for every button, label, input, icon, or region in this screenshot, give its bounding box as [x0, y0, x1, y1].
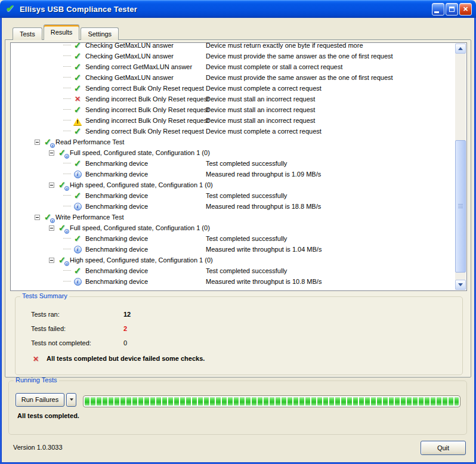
tab-strip: TestsResultsSettings — [13, 24, 120, 40]
tree-item-description: Device must complete a correct request — [206, 126, 322, 137]
tree-row[interactable]: Sending incorrect Bulk Only Reset reques… — [11, 94, 455, 104]
tree-row[interactable]: iRead Performance Test — [11, 137, 455, 147]
tree-item-description: Device must stall an incorrect request — [206, 104, 315, 115]
check-with-info-icon: i — [57, 148, 67, 157]
collapse-expander-icon[interactable] — [49, 225, 54, 231]
collapse-expander-icon[interactable] — [49, 258, 54, 263]
summary-row-label: Tests ran: — [31, 309, 123, 320]
tree-item-label: Benchmarking device — [85, 158, 148, 169]
tree-row[interactable]: Checking GetMaxLUN answerDevice must ret… — [11, 42, 455, 51]
app-window: { "window": { "title": "Ellisys USB Comp… — [0, 0, 476, 464]
summary-row-value: 0 — [123, 339, 127, 347]
collapse-expander-icon[interactable] — [35, 140, 40, 145]
check-icon — [73, 62, 82, 72]
run-failures-button[interactable]: Run Failures — [16, 393, 64, 407]
tree-connector-line — [63, 238, 71, 239]
scrollbar-thumb[interactable] — [455, 140, 466, 273]
tree-item-label: Benchmarking device — [85, 233, 148, 244]
cross-icon — [73, 94, 82, 104]
window-border-left — [0, 18, 2, 464]
tree-connector-line — [63, 206, 71, 207]
tree-item-description: Device must stall an incorrect request — [206, 94, 315, 104]
tree-row[interactable]: !Sending incorrect Bulk Only Reset reque… — [11, 115, 455, 126]
quit-button[interactable]: Quit — [421, 441, 466, 455]
tab-tests[interactable]: Tests — [13, 27, 42, 40]
tab-settings[interactable]: Settings — [81, 27, 119, 40]
collapse-expander-icon[interactable] — [49, 150, 54, 156]
tree-row[interactable]: Sending correct Bulk Only Reset requestD… — [11, 126, 455, 137]
warn-icon: ! — [73, 116, 82, 125]
scroll-up-button[interactable] — [455, 44, 466, 54]
tree-row[interactable]: Benchmarking deviceTest completed succes… — [11, 190, 455, 201]
tree-item-label: Sending incorrect Bulk Only Reset reques… — [85, 104, 209, 115]
tree-item-description: Device must return exactly one byte if r… — [206, 42, 363, 51]
tree-item-label: Checking GetMaxLUN answer — [85, 42, 174, 51]
tree-row[interactable]: iFull speed, Configured state, Configura… — [11, 222, 455, 233]
tree-row[interactable]: Benchmarking deviceTest completed succes… — [11, 265, 455, 276]
check-with-info-icon: i — [43, 137, 52, 147]
tree-row[interactable]: iWrite Performance Test — [11, 212, 455, 222]
tree-item-label: Checking GetMaxLUN answer — [85, 72, 174, 83]
tab-results[interactable]: Results — [44, 24, 80, 40]
app-checkmark-icon: ✔ — [4, 3, 16, 15]
results-tree-rows: Checking GetMaxLUN answerDevice must ret… — [11, 42, 455, 287]
tree-item-label: Sending correct GetMaxLUN answer — [85, 61, 192, 72]
tree-row[interactable]: iBenchmarking deviceMeasured read throug… — [11, 201, 455, 212]
maximize-button[interactable] — [446, 3, 458, 16]
tree-row[interactable]: Sending incorrect Bulk Only Reset reques… — [11, 104, 455, 115]
tree-connector-line — [63, 98, 71, 100]
tree-item-description: Measured write throughput is 10.8 MB/s — [206, 276, 322, 287]
tests-summary-title: Tests Summary — [20, 292, 69, 299]
check-icon — [73, 83, 82, 93]
summary-row-label: Tests not completed: — [31, 338, 123, 348]
tree-item-description: Test completed successfully — [206, 158, 287, 169]
tree-row[interactable]: Sending correct Bulk Only Reset requestD… — [11, 83, 455, 94]
summary-status-text: All tests completed but device failed so… — [47, 355, 205, 362]
run-options-dropdown-button[interactable] — [66, 393, 76, 407]
tree-row[interactable]: Benchmarking deviceTest completed succes… — [11, 158, 455, 169]
collapse-expander-icon[interactable] — [35, 215, 40, 220]
check-with-info-icon: i — [57, 223, 67, 233]
check-icon — [73, 42, 82, 50]
tree-item-description: Device must complete or stall a correct … — [206, 61, 342, 72]
tree-item-label: Write Performance Test — [55, 212, 124, 222]
tree-connector-line — [63, 281, 71, 282]
tree-row[interactable]: iHigh speed, Configured state, Configura… — [11, 255, 455, 265]
tree-row[interactable]: iBenchmarking deviceMeasured write throu… — [11, 276, 455, 287]
tree-row[interactable]: iBenchmarking deviceMeasured write throu… — [11, 244, 455, 255]
check-icon — [73, 126, 82, 136]
info-icon: i — [73, 245, 82, 254]
check-icon — [73, 191, 82, 200]
scroll-down-button[interactable] — [455, 280, 466, 290]
vertical-scrollbar[interactable] — [455, 44, 466, 290]
tree-connector-line — [63, 174, 71, 175]
close-button[interactable]: ✕ — [459, 3, 472, 16]
running-tests-group: Running Tests Run Failures All tests com… — [8, 381, 467, 435]
fail-cross-icon — [31, 354, 41, 363]
tree-row[interactable]: Sending correct GetMaxLUN answerDevice m… — [11, 61, 455, 72]
tree-row[interactable]: Checking GetMaxLUN answerDevice must pro… — [11, 72, 455, 83]
test-progress-bar — [83, 395, 460, 407]
minimize-button[interactable] — [432, 3, 444, 16]
tree-item-label: High speed, Configured state, Configurat… — [70, 255, 213, 265]
tree-row[interactable]: iFull speed, Configured state, Configura… — [11, 147, 455, 158]
tree-row[interactable]: Benchmarking deviceTest completed succes… — [11, 233, 455, 244]
tree-connector-line — [63, 55, 71, 57]
tree-item-label: Sending incorrect Bulk Only Reset reques… — [85, 94, 209, 104]
close-icon: ✕ — [463, 5, 468, 13]
run-status-text: All tests completed. — [17, 412, 79, 419]
tree-row[interactable]: Checking GetMaxLUN answerDevice must pro… — [11, 51, 455, 61]
tree-item-description: Test completed successfully — [206, 265, 287, 276]
tree-row[interactable]: iHigh speed, Configured state, Configura… — [11, 180, 455, 190]
tree-connector-line — [63, 270, 71, 271]
info-icon: i — [73, 277, 82, 286]
tree-item-label: Full speed, Configured state, Configurat… — [70, 222, 210, 233]
tree-item-label: Benchmarking device — [85, 201, 148, 212]
collapse-expander-icon[interactable] — [49, 182, 54, 188]
tree-connector-line — [63, 88, 71, 89]
tree-item-description: Measured write throughput is 1.04 MB/s — [206, 244, 322, 255]
tree-item-description: Measured read throughput is 18.8 MB/s — [206, 201, 321, 212]
version-label: Version 1.0.3033 — [13, 444, 63, 451]
tree-item-label: Checking GetMaxLUN answer — [85, 51, 174, 61]
tree-row[interactable]: iBenchmarking deviceMeasured read throug… — [11, 169, 455, 180]
